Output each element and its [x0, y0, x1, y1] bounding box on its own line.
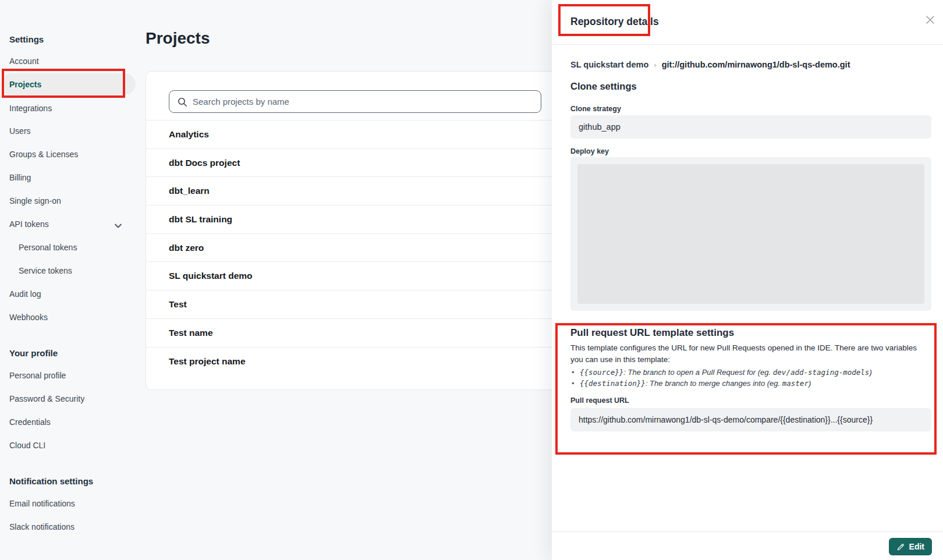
chevron-down-icon[interactable]	[114, 221, 122, 226]
pull-request-url-value: https://github.com/mirnawong1/db-sl-qs-d…	[570, 408, 931, 431]
panel-footer: Edit	[552, 531, 943, 560]
sidebar-item-api-tokens[interactable]: API tokens	[9, 218, 49, 230]
project-row[interactable]: dbt_learn	[146, 176, 562, 205]
sidebar-item-single-sign-on[interactable]: Single sign-on	[9, 195, 61, 207]
pencil-icon	[896, 543, 905, 551]
projects-card: Analytics dbt Docs project dbt_learn dbt…	[146, 71, 562, 390]
panel-title: Repository details	[570, 16, 659, 28]
edit-button-label: Edit	[909, 542, 924, 551]
list-item: •{{source}}: The branch to open a Pull R…	[572, 367, 927, 378]
variable-source: {{source}}	[580, 368, 623, 377]
sidebar-item-slack-notifications[interactable]: Slack notifications	[9, 521, 75, 533]
bullet-marker: •	[572, 367, 580, 378]
project-row[interactable]: Test	[146, 290, 562, 318]
project-search	[169, 90, 541, 113]
list-item: •{{destination}}: The branch to merge ch…	[572, 378, 927, 389]
breadcrumb-separator: ›	[654, 61, 656, 69]
variable-source-example: dev/add-staging-models	[773, 368, 870, 377]
repository-details-panel: Repository details SL quickstart demo›gi…	[552, 0, 943, 560]
sidebar-item-users[interactable]: Users	[9, 125, 31, 137]
sidebar-item-projects[interactable]: Projects	[9, 79, 41, 90]
sidebar-item-personal-profile[interactable]: Personal profile	[9, 370, 66, 381]
variable-source-desc: : The branch to open a Pull Request for …	[623, 368, 773, 377]
sidebar-item-service-tokens[interactable]: Service tokens	[19, 265, 72, 277]
variable-destination: {{destination}}	[580, 379, 646, 388]
clone-settings-heading: Clone settings	[570, 81, 637, 92]
search-input[interactable]	[193, 91, 536, 112]
pull-request-description: This template configures the URL for new…	[570, 342, 928, 366]
project-row[interactable]: SL quickstart demo	[146, 261, 562, 290]
sidebar-item-integrations[interactable]: Integrations	[9, 102, 52, 114]
settings-sidebar: Settings Account Projects Integrations U…	[0, 0, 146, 560]
variable-source-suffix: )	[869, 368, 871, 377]
bullet-marker: •	[572, 378, 580, 389]
deploy-key-label: Deploy key	[570, 147, 609, 155]
sidebar-item-cloud-cli[interactable]: Cloud CLI	[9, 440, 45, 451]
pull-request-variable-list: •{{source}}: The branch to open a Pull R…	[572, 367, 927, 389]
variable-destination-example: master	[782, 379, 809, 388]
sidebar-heading-your-profile: Your profile	[9, 348, 58, 359]
sidebar-item-billing[interactable]: Billing	[9, 172, 31, 183]
pull-request-section-heading: Pull request URL template settings	[570, 327, 734, 339]
deploy-key-redacted-area	[577, 164, 924, 304]
edit-button[interactable]: Edit	[889, 538, 932, 555]
sidebar-item-credentials[interactable]: Credentials	[9, 416, 51, 428]
clone-strategy-label: Clone strategy	[570, 105, 621, 113]
close-icon[interactable]	[923, 13, 937, 27]
deploy-key-field	[570, 157, 931, 311]
sidebar-item-groups-licenses[interactable]: Groups & Licenses	[9, 148, 78, 160]
project-row[interactable]: Test project name	[146, 347, 562, 375]
sidebar-item-account[interactable]: Account	[9, 55, 39, 67]
sidebar-heading-notification-settings: Notification settings	[9, 476, 93, 487]
breadcrumb-repo-url: git://github.com/mirnawong1/db-sl-qs-dem…	[662, 60, 850, 69]
sidebar-item-webhooks[interactable]: Webhooks	[9, 311, 48, 323]
page-title: Projects	[146, 29, 210, 48]
sidebar-item-email-notifications[interactable]: Email notifications	[9, 498, 75, 509]
project-row[interactable]: Analytics	[146, 120, 562, 148]
project-row[interactable]: dbt zero	[146, 233, 562, 262]
pull-request-url-label: Pull request URL	[570, 396, 629, 405]
search-icon	[178, 97, 187, 107]
breadcrumb-project-link[interactable]: SL quickstart demo	[570, 60, 648, 69]
variable-destination-suffix: )	[809, 379, 811, 388]
clone-strategy-value: github_app	[570, 115, 931, 139]
project-row[interactable]: dbt Docs project	[146, 148, 562, 177]
sidebar-heading-settings: Settings	[9, 34, 44, 45]
project-row[interactable]: dbt SL training	[146, 205, 562, 233]
project-row[interactable]: Test name	[146, 318, 562, 347]
sidebar-item-password-security[interactable]: Password & Security	[9, 393, 84, 405]
breadcrumb: SL quickstart demo›git://github.com/mirn…	[570, 60, 850, 69]
variable-destination-desc: : The branch to merge changes into (eg.	[646, 379, 782, 388]
sidebar-item-personal-tokens[interactable]: Personal tokens	[19, 242, 77, 253]
project-list: Analytics dbt Docs project dbt_learn dbt…	[146, 120, 562, 375]
sidebar-item-audit-log[interactable]: Audit log	[9, 288, 41, 300]
panel-header: Repository details	[552, 0, 943, 45]
